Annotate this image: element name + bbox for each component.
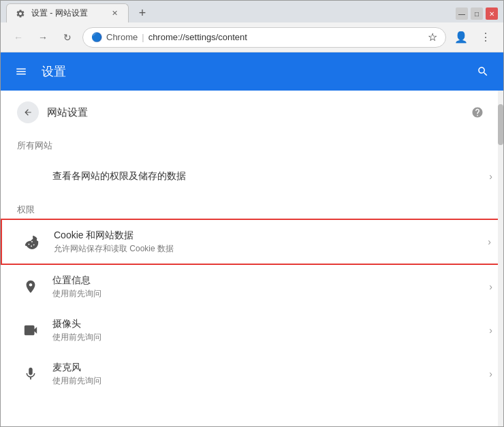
location-arrow: › [489,281,492,292]
refresh-button[interactable]: ↻ [58,28,77,47]
camera-item[interactable]: 摄像头 使用前先询问 › [1,309,503,352]
hamburger-menu-icon[interactable] [12,62,31,81]
url-path: chrome://settings/content [148,32,247,42]
mic-content: 麦克风 使用前先询问 [52,362,484,387]
new-tab-button[interactable]: + [133,5,152,21]
settings-content: 设置 网站设置 [1,52,503,426]
back-to-settings-button[interactable] [17,101,39,123]
scrollbar-thumb[interactable] [498,104,503,145]
url-secure-icon: 🔵 [91,32,102,42]
cookie-content: Cookie 和网站数据 允许网站保存和读取 Cookie 数据 [54,230,482,255]
all-sites-title: 查看各网站的权限及储存的数据 [52,170,484,183]
title-bar: 设置 - 网站设置 ✕ + — □ ✕ [1,1,503,22]
section-label-permissions: 权限 [1,198,503,219]
all-sites-item[interactable]: 查看各网站的权限及储存的数据 › [1,155,503,198]
location-icon [17,273,44,300]
mic-icon [17,360,44,388]
cookie-icon [18,228,46,255]
cookie-arrow: › [488,236,491,247]
location-title: 位置信息 [52,274,484,287]
mic-title: 麦克风 [52,362,484,374]
url-star[interactable]: ☆ [428,31,437,44]
cookie-item[interactable]: Cookie 和网站数据 允许网站保存和读取 Cookie 数据 › [1,219,503,265]
user-icon[interactable]: 👤 [452,28,471,47]
location-subtitle: 使用前先询问 [52,288,484,300]
settings-page-title: 设置 [42,63,462,80]
back-button[interactable]: ← [9,28,28,47]
location-item[interactable]: 位置信息 使用前先询问 › [1,265,503,309]
mic-arrow: › [489,368,492,379]
url-bar[interactable]: 🔵 Chrome | chrome://settings/content ☆ [82,27,446,48]
settings-header: 设置 [1,52,503,91]
settings-layout: 设置 网站设置 [1,52,503,426]
browser-window: 设置 - 网站设置 ✕ + — □ ✕ ← → ↻ 🔵 Chrome | chr… [0,0,504,427]
url-separator: | [142,32,144,42]
search-button[interactable] [473,62,492,81]
window-controls: — □ ✕ [456,7,498,20]
close-button[interactable]: ✕ [486,7,498,20]
camera-title: 摄像头 [52,318,484,330]
maximize-button[interactable]: □ [471,7,483,20]
mic-item[interactable]: 麦克风 使用前先询问 › [1,352,503,396]
camera-icon [17,317,44,344]
all-sites-icon [17,163,44,190]
section-label-all-sites: 所有网站 [1,134,503,155]
page-title: 网站设置 [47,106,88,119]
scrollbar[interactable] [498,91,503,426]
minimize-button[interactable]: — [456,7,468,20]
tab-settings-icon [15,8,26,19]
page-header: 网站设置 [1,91,503,134]
camera-subtitle: 使用前先询问 [52,332,484,343]
address-bar: ← → ↻ 🔵 Chrome | chrome://settings/conte… [1,22,503,52]
all-sites-content: 查看各网站的权限及储存的数据 [52,170,484,183]
active-tab[interactable]: 设置 - 网站设置 ✕ [6,3,129,22]
tab-title: 设置 - 网站设置 [31,7,104,19]
camera-content: 摄像头 使用前先询问 [52,318,484,343]
help-icon[interactable] [468,103,487,122]
menu-icon[interactable]: ⋮ [476,28,495,47]
tab-bar: 设置 - 网站设置 ✕ + [6,3,456,22]
all-sites-arrow: › [489,171,492,182]
url-brand: Chrome [106,32,138,42]
page-body: 网站设置 所有网站 查看各网站的权限及储存的数据 › [1,91,503,426]
cookie-subtitle: 允许网站保存和读取 Cookie 数据 [54,243,482,255]
cookie-title: Cookie 和网站数据 [54,230,482,242]
mic-subtitle: 使用前先询问 [52,375,484,387]
tab-close-button[interactable]: ✕ [109,8,120,19]
location-content: 位置信息 使用前先询问 [52,274,484,300]
forward-button[interactable]: → [33,28,52,47]
camera-arrow: › [489,325,492,336]
